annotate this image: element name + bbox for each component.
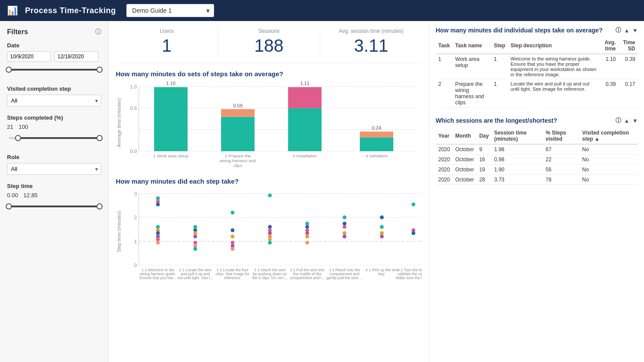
app-header: 📊 Process Time-Tracking Demo Guide 1 Dem… <box>0 0 644 21</box>
sessions-table: Year Month Day Session time (minutes) % … <box>436 128 638 185</box>
date-range-thumb-left[interactable] <box>6 67 12 73</box>
filters-info-icon[interactable]: ⓘ <box>95 28 101 36</box>
role-select[interactable]: AllOperatorSupervisor <box>7 163 101 175</box>
dot <box>305 241 309 245</box>
steps-completed-track <box>9 137 100 139</box>
svg-text:gently pull the wire ...: gently pull the wire ... <box>326 276 362 280</box>
bar-2-orange <box>221 109 254 117</box>
visited-completion-select[interactable]: AllYesNo <box>7 95 101 106</box>
dot <box>343 231 347 235</box>
dot <box>380 216 384 220</box>
col-avg-time: Avg. time <box>599 38 619 54</box>
bar-1 <box>154 87 187 151</box>
dot <box>305 231 309 235</box>
dot <box>193 241 197 245</box>
users-value: 1 <box>121 36 212 56</box>
col-task: Task <box>436 38 452 54</box>
sessions-info-icon[interactable]: ⓘ <box>615 117 621 124</box>
svg-text:1.0: 1.0 <box>130 84 137 89</box>
sessions-title: Which sessions are the longest/shortest?… <box>436 117 638 124</box>
svg-text:3 Installation: 3 Installation <box>293 153 317 158</box>
scatter-chart-title: How many minutes did each step take? <box>116 177 422 185</box>
svg-text:1.10: 1.10 <box>166 81 175 86</box>
date-range-thumb-right[interactable] <box>97 67 103 73</box>
dot <box>343 222 347 226</box>
svg-text:0: 0 <box>134 263 137 268</box>
date-end-input[interactable] <box>54 51 98 62</box>
dot <box>380 231 384 235</box>
dot <box>156 196 160 200</box>
bar-chart-section: How many minutes do sets of steps take o… <box>116 70 422 169</box>
col-visited-completion: Visited completion step ▲ <box>580 128 638 144</box>
demo-guide-select[interactable]: Demo Guide 1 Demo Guide 2 Demo Guide 3 <box>126 4 214 17</box>
dot <box>231 211 235 215</box>
dot <box>231 234 235 238</box>
col-time-sd: Time SD <box>619 38 638 54</box>
step-time-slider <box>7 200 101 214</box>
steps-completed-values: 21 100 <box>7 124 101 130</box>
col-step-desc: Step description <box>508 38 599 54</box>
svg-text:1 Work area setup: 1 Work area setup <box>153 153 188 158</box>
step-time-track <box>9 206 100 207</box>
svg-text:2: 2 <box>134 215 137 220</box>
svg-text:1: 1 <box>134 239 137 244</box>
main-layout: Filters ⓘ Date Visited completion step <box>0 21 644 362</box>
step-time-thumb-right[interactable] <box>97 203 103 209</box>
svg-text:out until tight. See i...: out until tight. See i... <box>177 276 213 280</box>
sessions-scroll-up-icon[interactable]: ▲ <box>624 117 630 124</box>
sidebar-header: Filters ⓘ <box>7 28 101 36</box>
avg-steps-scroll-down-icon[interactable]: ▼ <box>632 27 638 34</box>
dot <box>343 225 347 229</box>
dot <box>305 225 309 229</box>
demo-guide-dropdown-wrapper: Demo Guide 1 Demo Guide 2 Demo Guide 3 ▾ <box>123 4 214 17</box>
dot <box>343 216 347 220</box>
dot <box>231 247 235 251</box>
sessions-value: 188 <box>223 36 315 56</box>
avg-steps-info-icon[interactable]: ⓘ <box>615 26 621 34</box>
visited-completion-select-wrapper: AllYesNo <box>7 95 101 106</box>
date-start-input[interactable] <box>7 51 51 62</box>
steps-completed-min: 21 <box>7 124 13 130</box>
svg-text:clips: clips <box>233 163 242 168</box>
step-time-values: 0.00 12.85 <box>7 192 101 199</box>
app-title: Process Time-Tracking <box>25 6 116 15</box>
dot <box>305 234 309 238</box>
svg-text:Ensure that you hav...: Ensure that you hav... <box>140 276 176 280</box>
visited-completion-filter: Visited completion step AllYesNo <box>7 85 101 106</box>
steps-completed-thumb-right[interactable] <box>97 135 103 141</box>
svg-text:0.5: 0.5 <box>130 106 137 111</box>
date-range-track <box>9 69 100 71</box>
right-panel: How many minutes did individual steps ta… <box>429 21 644 362</box>
step-time-thumb-left[interactable] <box>6 203 12 209</box>
step-time-filter: Step time 0.00 12.85 <box>7 183 101 214</box>
avg-session-value: 3.11 <box>326 36 417 56</box>
col-day: Day <box>476 128 491 144</box>
svg-text:1.11: 1.11 <box>300 81 309 86</box>
svg-text:Step time (minutes): Step time (minutes) <box>116 211 122 252</box>
bar-chart-title: How many minutes do sets of steps take o… <box>116 70 422 78</box>
dot <box>193 231 197 235</box>
svg-text:reference.: reference. <box>224 276 241 280</box>
table-row: 2020 October 28 3.73 78 No <box>436 175 638 185</box>
col-month: Month <box>453 128 477 144</box>
table-row: 2020 October 19 1.90 56 No <box>436 165 638 175</box>
steps-completed-thumb-left[interactable] <box>15 135 21 141</box>
role-filter-label: Role <box>7 154 101 160</box>
table-row: 2 Prepare the wiring harness and clips 1… <box>436 79 638 108</box>
users-stat: Users 1 <box>116 26 218 57</box>
bar-4-orange <box>360 131 393 137</box>
col-pct-steps: % Steps visited <box>543 128 580 144</box>
steps-completed-max: 100 <box>18 124 28 130</box>
dot <box>305 222 309 226</box>
svg-text:Average time (minutes): Average time (minutes) <box>116 98 122 147</box>
sessions-stat: Sessions 188 <box>218 26 320 57</box>
stats-row: Users 1 Sessions 188 Avg. session time (… <box>116 26 422 63</box>
svg-text:2 Prepare the: 2 Prepare the <box>225 153 251 158</box>
bar-chart-container: 1.0 0.5 0.0 Average time (minutes) 1.10 … <box>116 81 422 169</box>
sidebar-title: Filters <box>7 28 28 36</box>
sessions-scroll-down-icon[interactable]: ▼ <box>632 117 638 124</box>
dot <box>343 234 347 238</box>
avg-steps-scroll-up-icon[interactable]: ▲ <box>624 27 630 34</box>
dot <box>231 228 235 232</box>
date-range-fill <box>9 69 100 71</box>
